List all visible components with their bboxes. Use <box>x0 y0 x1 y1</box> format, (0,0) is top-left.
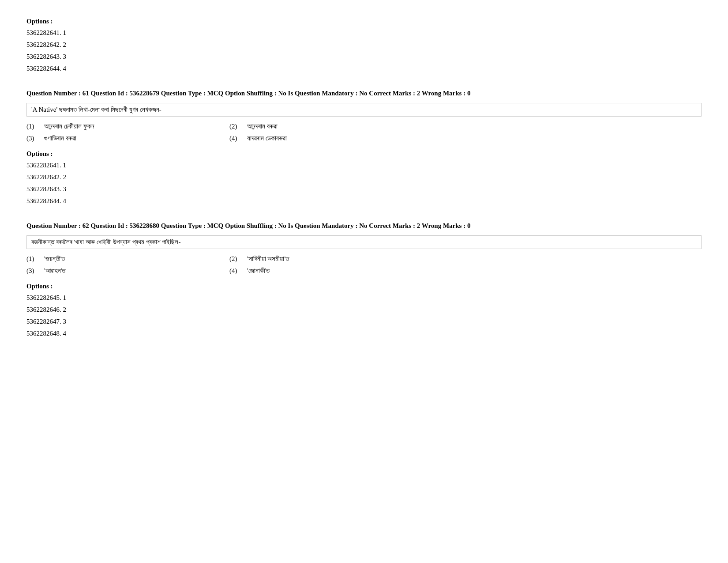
option-62-3: (3) 'আৱাহন'ত <box>26 267 221 275</box>
list-item: 5362282648. 4 <box>26 328 702 340</box>
option-number: (1) <box>26 255 40 263</box>
question-61-text: 'A Native' ছদ্মনামত লিখা-মেলা কৰা মিছনেৰ… <box>26 103 702 117</box>
list-item: 5362282641. 1 <box>26 159 702 171</box>
option-number: (2) <box>229 255 243 263</box>
list-item: 5362282644. 4 <box>26 195 702 207</box>
option-number: (1) <box>26 123 40 130</box>
question-61-options-grid: (1) আনন্দৰাম ঢেকীয়াল ফুকন (2) আনন্দৰাম … <box>26 123 424 142</box>
question-62-section: Question Number : 62 Question Id : 53622… <box>26 220 702 340</box>
top-options-label: Options : <box>26 18 702 25</box>
list-item: 5362282643. 3 <box>26 51 702 63</box>
option-61-3: (3) গুণাভিৰাম বৰুৱা <box>26 135 221 142</box>
options-list-62: 5362282645. 1 5362282646. 2 5362282647. … <box>26 292 702 340</box>
option-text: 'আৱাহন'ত <box>44 267 65 275</box>
list-item: 5362282642. 2 <box>26 171 702 183</box>
option-number: (3) <box>26 267 40 275</box>
question-62-text: ৰজনীকান্ত বৰদলৈৰ 'খাষা আৰু খোইবী' উপন্যা… <box>26 235 702 249</box>
option-61-1: (1) আনন্দৰাম ঢেকীয়াল ফুকন <box>26 123 221 130</box>
option-number: (4) <box>229 267 243 275</box>
options-label-62: Options : <box>26 283 702 290</box>
option-text: যাদৱৰাম ডেকাবৰুৱা <box>247 135 287 142</box>
option-62-2: (2) 'সাদিনীয়া অসমীয়া'ত <box>229 255 424 263</box>
option-text: 'জোনাকী'ত <box>247 267 270 275</box>
option-61-4: (4) যাদৱৰাম ডেকাবৰুৱা <box>229 135 424 142</box>
top-options-list: 5362282641. 1 5362282642. 2 5362282643. … <box>26 27 702 75</box>
option-62-1: (1) 'জয়ন্তী'ত <box>26 255 221 263</box>
option-number: (4) <box>229 135 243 142</box>
list-item: 5362282647. 3 <box>26 316 702 328</box>
options-label-61: Options : <box>26 150 702 158</box>
option-text: 'জয়ন্তী'ত <box>44 255 65 263</box>
question-62-options-grid: (1) 'জয়ন্তী'ত (2) 'সাদিনীয়া অসমীয়া'ত … <box>26 255 424 275</box>
options-list-61: 5362282641. 1 5362282642. 2 5362282643. … <box>26 159 702 207</box>
list-item: 5362282645. 1 <box>26 292 702 304</box>
list-item: 5362282642. 2 <box>26 39 702 51</box>
option-62-4: (4) 'জোনাকী'ত <box>229 267 424 275</box>
option-text: আনন্দৰাম বৰুৱা <box>247 123 278 130</box>
option-61-2: (2) আনন্দৰাম বৰুৱা <box>229 123 424 130</box>
option-text: 'সাদিনীয়া অসমীয়া'ত <box>247 255 289 263</box>
question-61-header: Question Number : 61 Question Id : 53622… <box>26 88 702 98</box>
question-61-section: Question Number : 61 Question Id : 53622… <box>26 88 702 207</box>
option-text: গুণাভিৰাম বৰুৱা <box>44 135 76 142</box>
top-options-section: Options : 5362282641. 1 5362282642. 2 53… <box>26 18 702 75</box>
list-item: 5362282641. 1 <box>26 27 702 39</box>
option-number: (2) <box>229 123 243 130</box>
list-item: 5362282643. 3 <box>26 183 702 195</box>
list-item: 5362282646. 2 <box>26 304 702 316</box>
option-number: (3) <box>26 135 40 142</box>
option-text: আনন্দৰাম ঢেকীয়াল ফুকন <box>44 123 94 130</box>
question-62-header: Question Number : 62 Question Id : 53622… <box>26 220 702 231</box>
list-item: 5362282644. 4 <box>26 63 702 75</box>
